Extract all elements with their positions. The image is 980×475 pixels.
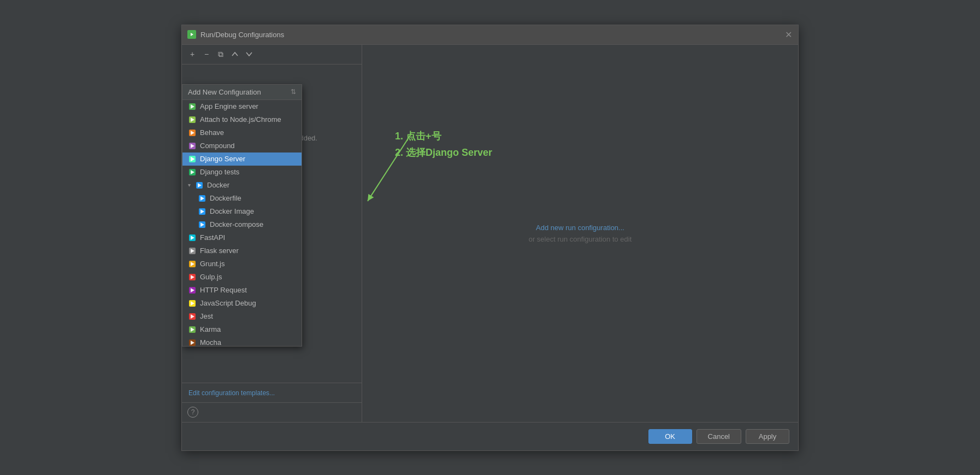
edit-templates-link[interactable]: Edit configuration templates...	[188, 389, 275, 397]
item-icon	[188, 233, 197, 242]
annotation-line2: 2. 选择Django Server	[395, 146, 492, 159]
item-icon	[188, 299, 197, 308]
item-label: Docker-compose	[210, 220, 263, 228]
item-icon	[188, 312, 197, 321]
item-label: Django tests	[200, 168, 239, 176]
ok-button[interactable]: OK	[648, 429, 692, 444]
cancel-button[interactable]: Cancel	[696, 429, 741, 444]
item-label: JavaScript Debug	[200, 299, 256, 307]
annotation-arrow	[362, 45, 798, 422]
dropdown-item-django-server[interactable]: Django Server	[182, 153, 302, 166]
item-icon	[188, 168, 197, 177]
left-panel: + − ⧉ No run configurations added.	[182, 45, 362, 422]
item-label: Compound	[200, 142, 235, 150]
item-icon	[188, 338, 197, 347]
left-content: No run configurations added. Add new... …	[182, 64, 362, 224]
annotation-line1: 1. 点击+号	[395, 130, 441, 143]
title-bar: Run/Debug Configurations ✕	[182, 25, 798, 45]
dropdown-item-grunt[interactable]: Grunt.js	[182, 257, 302, 271]
dropdown-item-jest[interactable]: Jest	[182, 310, 302, 323]
add-config-button[interactable]: +	[186, 48, 198, 60]
help-button[interactable]: ?	[187, 407, 198, 418]
item-label: HTTP Request	[200, 286, 247, 294]
sort-button[interactable]: ⇅	[291, 88, 296, 96]
item-label: Django Server	[200, 155, 245, 163]
right-panel: 1. 点击+号 2. 选择Django Server Add new run c…	[362, 45, 798, 422]
dropdown-item-js-debug[interactable]: JavaScript Debug	[182, 297, 302, 310]
dropdown-item-http[interactable]: HTTP Request	[182, 284, 302, 297]
dropdown-item-django-tests[interactable]: Django tests	[182, 166, 302, 179]
item-label: FastAPI	[200, 233, 225, 242]
item-label: Attach to Node.js/Chrome	[200, 115, 281, 124]
move-down-icon	[245, 50, 253, 58]
dropdown-item-mocha[interactable]: Mocha	[182, 336, 302, 347]
dialog-body: + − ⧉ No run configurations added.	[182, 45, 798, 422]
dropdown-item-fastapi[interactable]: FastAPI	[182, 231, 302, 244]
move-up-button[interactable]	[229, 48, 241, 60]
dropdown-header-title: Add New Configuration	[188, 88, 261, 96]
remove-config-button[interactable]: −	[200, 48, 212, 60]
docker-icon	[195, 181, 204, 190]
item-label: Karma	[200, 325, 221, 333]
add-config-dropdown: Add New Configuration ⇅ App Engine serve…	[182, 84, 302, 347]
item-icon	[198, 220, 206, 229]
chevron-icon: ▾	[188, 182, 191, 188]
move-down-button[interactable]	[243, 48, 255, 60]
item-icon	[188, 325, 197, 334]
dropdown-item-app-engine[interactable]: App Engine server	[182, 100, 302, 113]
dropdown-item-dockerfile[interactable]: Dockerfile	[182, 192, 302, 205]
item-icon	[188, 273, 197, 282]
item-label: Dockerfile	[210, 194, 241, 202]
dropdown-items: App Engine serverAttach to Node.js/Chrom…	[182, 100, 302, 347]
dropdown-item-karma[interactable]: Karma	[182, 323, 302, 336]
add-new-run-config-link[interactable]: Add new run configuration...	[536, 224, 624, 232]
item-label: App Engine server	[200, 102, 258, 110]
item-label: Grunt.js	[200, 260, 225, 268]
left-footer: Edit configuration templates...	[182, 383, 362, 402]
item-label: Gulp.js	[200, 273, 222, 281]
dialog-footer: OK Cancel Apply	[182, 422, 798, 450]
run-debug-dialog: Run/Debug Configurations ✕ + − ⧉	[181, 25, 799, 451]
item-icon	[188, 115, 197, 124]
item-icon	[188, 128, 197, 137]
item-icon	[188, 286, 197, 295]
item-label: Flask server	[200, 247, 239, 255]
dialog-title: Run/Debug Configurations	[200, 31, 784, 39]
dialog-icon	[187, 30, 196, 39]
item-label: Mocha	[200, 338, 221, 347]
dropdown-item-compound[interactable]: Compound	[182, 139, 302, 153]
item-icon	[188, 102, 197, 111]
item-icon	[188, 260, 197, 268]
item-label: Jest	[200, 312, 213, 320]
right-hint-sub: or select run configuration to edit	[529, 235, 632, 243]
move-up-icon	[231, 50, 239, 58]
dropdown-item-flask[interactable]: Flask server	[182, 244, 302, 257]
dropdown-item-behave[interactable]: Behave	[182, 126, 302, 139]
item-icon	[198, 194, 206, 203]
item-icon	[188, 247, 197, 255]
apply-button[interactable]: Apply	[746, 429, 789, 444]
dropdown-item-docker[interactable]: ▾Docker	[182, 179, 302, 192]
dropdown-item-docker-compose[interactable]: Docker-compose	[182, 218, 302, 231]
copy-config-button[interactable]: ⧉	[215, 48, 227, 60]
item-icon	[188, 142, 197, 150]
left-bottom-bar: ?	[182, 402, 362, 422]
item-icon	[188, 155, 197, 163]
toolbar: + − ⧉	[182, 45, 362, 64]
item-label: Behave	[200, 128, 224, 137]
item-icon	[198, 207, 206, 216]
item-label: Docker Image	[210, 207, 254, 215]
svg-line-43	[368, 133, 411, 201]
dropdown-header: Add New Configuration ⇅	[182, 85, 302, 100]
close-button[interactable]: ✕	[784, 30, 793, 39]
dropdown-item-attach-node[interactable]: Attach to Node.js/Chrome	[182, 113, 302, 126]
item-label: Docker	[207, 181, 229, 189]
dropdown-item-docker-image[interactable]: Docker Image	[182, 205, 302, 218]
dropdown-item-gulp[interactable]: Gulp.js	[182, 271, 302, 284]
